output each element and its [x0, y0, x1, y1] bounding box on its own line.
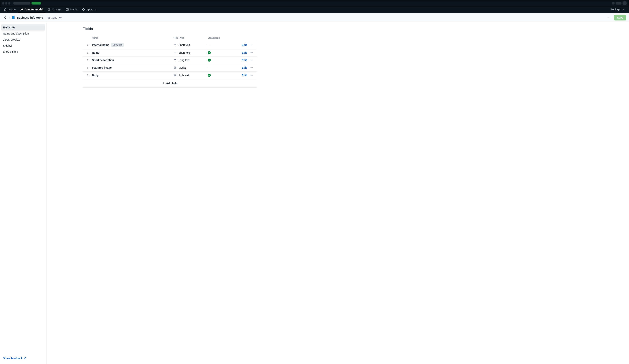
field-type: Short text	[178, 43, 190, 46]
sidebar-item-sidebar[interactable]: Sidebar	[1, 43, 45, 49]
dots-horizontal-icon	[250, 66, 253, 69]
row-more-button[interactable]	[248, 51, 256, 54]
drag-icon	[87, 59, 89, 61]
copy-icon	[47, 16, 50, 19]
sidebar-item-label: Fields (5)	[3, 26, 15, 29]
section-title: Fields	[83, 27, 257, 31]
drag-icon	[87, 51, 89, 54]
field-name: Body	[92, 74, 99, 77]
sidebar-item-entry-editors[interactable]: Entry editors	[1, 49, 45, 55]
drag-icon	[87, 44, 89, 46]
nav-item-media[interactable]: Media	[64, 6, 80, 13]
field-name: Featured image	[92, 66, 112, 69]
row-more-button[interactable]	[248, 74, 256, 77]
nav-item-content-model[interactable]: Content model	[18, 6, 45, 13]
field-type: Rich text	[178, 74, 189, 77]
drag-handle[interactable]	[84, 59, 92, 61]
nav-settings[interactable]: Settings	[608, 6, 627, 13]
field-type: Short text	[178, 51, 190, 54]
wrench-icon	[20, 8, 23, 11]
fields-table: Name Field Type Localisation Internal na…	[83, 35, 257, 88]
edit-field-button[interactable]: Edit	[230, 59, 248, 62]
sidebar-item-label: Entry editors	[3, 50, 18, 53]
field-type: Media	[178, 66, 186, 69]
nav-settings-label: Settings	[611, 8, 620, 11]
save-button[interactable]: Save	[614, 15, 626, 20]
sidebar-item-label: Sidebar	[3, 44, 12, 47]
edit-field-button[interactable]: Edit	[230, 66, 248, 69]
col-name: Name	[92, 37, 173, 39]
localised-check-icon	[208, 59, 211, 62]
dots-horizontal-icon	[250, 74, 253, 77]
richtext-icon	[173, 74, 177, 77]
main-content: Fields Name Field Type Localisation Inte…	[46, 22, 629, 364]
page-more-button[interactable]	[606, 15, 612, 21]
sidebar-item-name-and-description[interactable]: Name and description	[1, 30, 45, 37]
localised-dash: —	[208, 66, 211, 69]
dots-horizontal-icon	[250, 43, 253, 46]
back-button[interactable]	[3, 15, 7, 20]
edit-field-button[interactable]: Edit	[230, 43, 248, 46]
edit-field-button[interactable]: Edit	[230, 74, 248, 77]
field-type: Long text	[178, 59, 189, 62]
copy-id-code: ID	[59, 16, 62, 19]
nav-item-label: Home	[8, 8, 15, 11]
field-name: Internal name	[92, 43, 109, 46]
field-name: Short description	[92, 59, 114, 62]
page-title: Business info topic	[17, 16, 43, 19]
sidebar-item-label: JSON preview	[3, 38, 20, 41]
text-icon	[173, 43, 177, 46]
content-icon	[48, 8, 51, 11]
table-row: BodyRich textEdit	[83, 72, 257, 79]
os-bar	[0, 0, 629, 6]
table-row: Short descriptionLong textEdit	[83, 56, 257, 64]
row-more-button[interactable]	[248, 66, 256, 69]
nav-item-apps[interactable]: Apps	[80, 6, 100, 13]
localised-check-icon	[208, 51, 211, 54]
page-header: / 📘 Business info topic Copy ID Save	[0, 13, 629, 22]
media-ft-icon	[173, 66, 177, 69]
sidebar-item-label: Name and description	[3, 32, 29, 35]
nav-item-label: Content model	[24, 8, 43, 11]
breadcrumb: 📘 Business info topic	[11, 16, 43, 19]
add-field-button[interactable]: Add field	[83, 79, 257, 88]
nav-item-home[interactable]: Home	[2, 6, 18, 13]
drag-icon	[87, 74, 89, 77]
dots-horizontal-icon	[608, 16, 611, 19]
nav-item-label: Media	[70, 8, 77, 11]
drag-handle[interactable]	[84, 66, 92, 69]
drag-handle[interactable]	[84, 74, 92, 77]
field-name: Name	[92, 51, 99, 54]
table-row: NameShort textEdit	[83, 49, 257, 56]
home-icon	[4, 8, 7, 11]
share-feedback-link[interactable]: Share feedback	[3, 357, 43, 360]
main-nav: HomeContent modelContentMediaApps Settin…	[0, 6, 629, 13]
col-type: Field Type	[173, 37, 208, 39]
dots-horizontal-icon	[250, 59, 253, 62]
table-row: Featured imageMedia—Edit	[83, 64, 257, 72]
edit-field-button[interactable]: Edit	[230, 51, 248, 54]
copy-id-label: Copy	[51, 16, 57, 19]
row-more-button[interactable]	[248, 59, 256, 62]
drag-handle[interactable]	[84, 44, 92, 46]
dots-horizontal-icon	[250, 51, 253, 54]
nav-item-content[interactable]: Content	[45, 6, 64, 13]
col-localisation: Localisation	[208, 37, 230, 39]
sidebar-item-fields-5-[interactable]: Fields (5)	[1, 24, 45, 30]
row-more-button[interactable]	[248, 43, 256, 46]
add-field-label: Add field	[166, 82, 177, 85]
localised-check-icon	[208, 74, 211, 77]
copy-id-button[interactable]: Copy ID	[46, 15, 63, 20]
chevron-down-icon	[94, 8, 97, 11]
table-row: Internal nameEntry titleShort text—Edit	[83, 41, 257, 49]
content-type-emoji: 📘	[11, 16, 15, 19]
nav-item-label: Content	[52, 8, 61, 11]
sidebar-item-json-preview[interactable]: JSON preview	[1, 37, 45, 43]
drag-handle[interactable]	[84, 51, 92, 54]
share-feedback-label: Share feedback	[3, 357, 23, 360]
plus-icon	[162, 82, 165, 85]
text-icon	[173, 51, 177, 54]
breadcrumb-separator: /	[9, 16, 10, 19]
external-link-icon	[24, 357, 26, 360]
sidebar: Fields (5)Name and descriptionJSON previ…	[0, 22, 46, 364]
